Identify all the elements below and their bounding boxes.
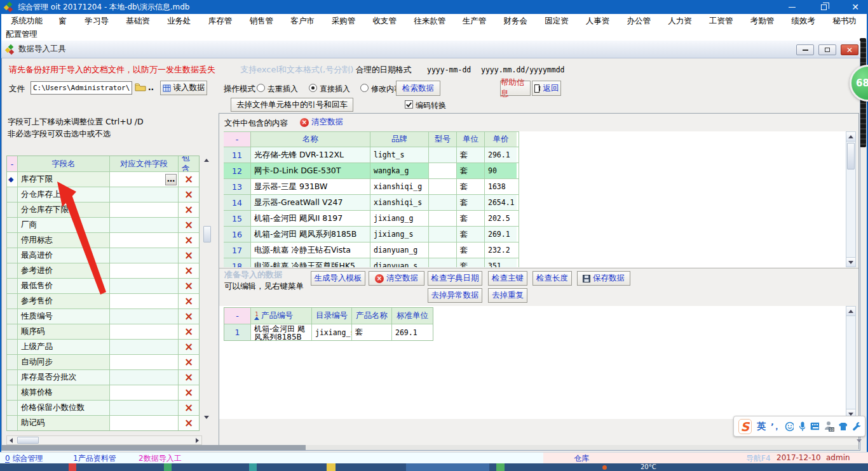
import-col-code-header[interactable]: 1 产品编号 [251, 308, 312, 324]
include-toggle[interactable]: × [179, 294, 199, 308]
include-toggle[interactable]: × [179, 309, 199, 324]
ime-toolbar[interactable]: S 英 ’， 10 [733, 416, 865, 437]
browse-folder-button[interactable] [135, 83, 146, 94]
include-toggle[interactable]: × [179, 248, 199, 263]
file-field-cell[interactable] [110, 279, 179, 293]
clear-file-data-link[interactable]: × 清空数据 [300, 117, 343, 128]
content-vscroll-thumb[interactable] [847, 143, 855, 169]
file-field-cell[interactable] [110, 187, 179, 202]
include-toggle[interactable]: × [179, 324, 199, 339]
menu-window[interactable]: 窗口 [53, 14, 79, 28]
clear-import-data-button[interactable]: ×清空数据 [369, 271, 424, 286]
ellipsis-button[interactable]: … [165, 174, 177, 185]
mode-direct-radio[interactable] [309, 84, 317, 92]
content-row[interactable]: 18电源-航嘉 冷静王至尊版HK5dianyuan_s套351 [224, 258, 519, 267]
include-toggle[interactable]: × [179, 340, 199, 354]
menu-system[interactable]: 系统功能 F [5, 14, 53, 28]
include-toggle[interactable]: × [179, 355, 199, 369]
os-taskbar[interactable]: 20°C [0, 463, 868, 471]
scroll-down-icon[interactable] [204, 416, 209, 419]
menu-inventory[interactable]: 库存管理 [203, 14, 244, 28]
remove-abnormal-button[interactable]: 去掉异常数据 [428, 288, 482, 303]
include-toggle[interactable]: × [179, 279, 199, 293]
include-toggle[interactable]: × [179, 218, 199, 232]
field-row[interactable]: 性质编号× [7, 308, 199, 324]
ime-collapse-icon[interactable] [857, 439, 862, 442]
include-toggle[interactable]: × [179, 263, 199, 278]
include-toggle[interactable]: × [179, 172, 199, 187]
close-button[interactable]: ✕ [843, 0, 868, 14]
ime-lang-toggle[interactable]: 英 [757, 421, 766, 432]
scroll-up-icon[interactable] [204, 159, 209, 162]
left-hscroll-thumb[interactable] [17, 437, 39, 444]
file-field-cell[interactable] [110, 401, 179, 415]
child-restore-button[interactable] [818, 44, 836, 55]
field-row[interactable]: 自动同步× [7, 354, 199, 369]
window-hscrollbar[interactable] [2, 445, 858, 450]
content-row[interactable]: 17电源-航嘉 冷静王钻石Vistadianyuan_g套232.2 [224, 242, 519, 258]
status-nav-hint[interactable]: 导航F4 [746, 453, 771, 464]
sogou-logo-icon[interactable]: S [738, 419, 752, 434]
menu-purchase[interactable]: 采购管理 [326, 14, 367, 28]
file-field-cell[interactable]: … [110, 172, 179, 187]
mode-dedupe-radio[interactable] [257, 84, 265, 92]
content-row[interactable]: 11光存储-先锋 DVR-112XLlight_s套296.1 [224, 147, 519, 163]
field-row[interactable]: 核算价格× [7, 385, 199, 400]
content-row[interactable]: 16机箱-金河田 飓风系列8185Bjixiang_s套269.1 [224, 226, 519, 242]
file-field-cell[interactable] [110, 385, 179, 400]
file-field-cell[interactable] [110, 248, 179, 263]
menu-customer[interactable]: 客户市场 [285, 14, 326, 28]
encode-label[interactable]: 编码转换 [416, 100, 446, 111]
import-row[interactable]: 1 机箱-金河田 飓风系列8185B jixiang_s 套 269.1 [224, 324, 433, 340]
scroll-right-icon[interactable] [196, 438, 199, 443]
file-field-cell[interactable] [110, 309, 179, 324]
encode-checkbox[interactable] [405, 100, 413, 109]
minimize-button[interactable] [779, 0, 804, 14]
ime-wrench-icon[interactable] [852, 421, 860, 431]
content-vscrollbar[interactable] [846, 131, 856, 267]
file-field-cell[interactable] [110, 340, 179, 354]
file-field-cell[interactable] [110, 263, 179, 278]
menu-finance[interactable]: 财务会计 [498, 14, 539, 28]
include-toggle[interactable]: × [179, 187, 199, 202]
menu-accounts[interactable]: 往来款管理 [408, 14, 456, 28]
file-field-cell[interactable] [110, 233, 179, 248]
content-row[interactable]: 14显示器-GreatWall V247xianshiqi_s套2654.1 [224, 194, 519, 210]
file-field-cell[interactable] [110, 218, 179, 232]
menu-performance[interactable]: 绩效考核 [785, 14, 827, 28]
file-field-cell[interactable] [110, 294, 179, 308]
mode-modify-radio[interactable] [360, 84, 369, 92]
content-row[interactable]: 15机箱-金河田 飓风II 8197jixiang_g套202.5 [224, 210, 519, 226]
include-toggle[interactable]: × [179, 416, 199, 430]
scroll-left-icon[interactable] [10, 438, 13, 443]
file-field-cell[interactable] [110, 370, 179, 385]
child-minimize-button[interactable] [796, 44, 814, 55]
strip-quotes-button[interactable]: 去掉文件单元格中的引号和回车 [231, 98, 353, 112]
file-field-cell[interactable] [110, 355, 179, 369]
ime-skin-icon[interactable] [838, 422, 847, 431]
scroll-up-button[interactable] [846, 132, 855, 142]
field-row[interactable]: 助记码× [7, 415, 199, 430]
file-field-cell[interactable] [110, 202, 179, 217]
menu-production[interactable]: 生产管理 [457, 14, 498, 28]
read-data-button[interactable]: 读入数据 [160, 81, 207, 95]
menu-config[interactable]: 配置管理 [0, 29, 43, 39]
import-vscrollbar[interactable] [846, 306, 856, 419]
ime-emoji-icon[interactable] [785, 421, 794, 432]
menu-salary[interactable]: 工资管理 [703, 14, 745, 28]
window-tab-main[interactable]: 0 综合管理 [5, 453, 43, 464]
return-button[interactable]: 返回 [532, 81, 561, 96]
menu-human-resource[interactable]: 人力资源 [662, 14, 703, 28]
child-close-button[interactable]: ✕ [841, 44, 858, 55]
field-row[interactable]: 库存是否分批次× [7, 369, 199, 385]
file-field-cell[interactable] [110, 416, 179, 430]
menu-hr-records[interactable]: 人事资料 [580, 14, 621, 28]
window-hscroll-thumb[interactable] [2, 445, 306, 450]
content-row[interactable]: 13显示器-三星 931BWxianshiqi_g套1638 [224, 178, 519, 194]
window-tab-product[interactable]: 1产品资料管 [73, 453, 116, 464]
menu-learn-nav[interactable]: 学习导航 [79, 14, 121, 28]
file-field-cell[interactable] [110, 324, 179, 339]
field-row[interactable]: 上级产品× [7, 339, 199, 354]
menu-fixed-assets[interactable]: 固定资产 [539, 14, 580, 28]
check-primary-key-button[interactable]: 检查主键 [488, 271, 527, 286]
